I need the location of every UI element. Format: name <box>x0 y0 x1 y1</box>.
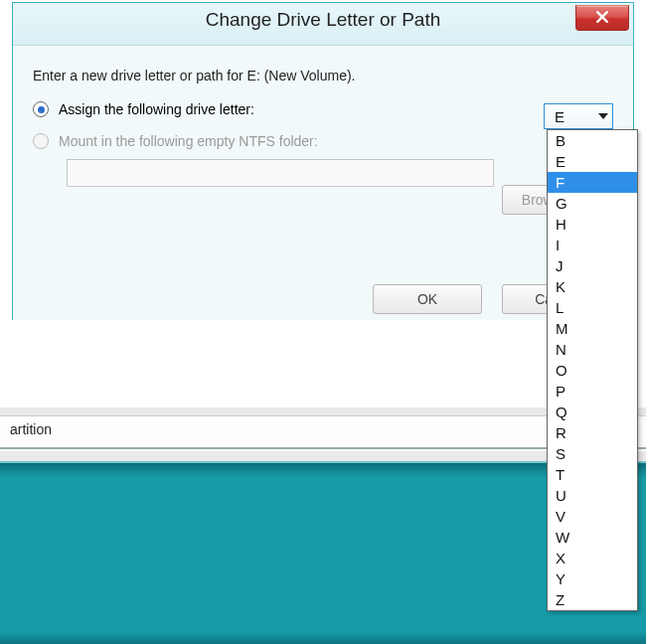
close-button[interactable] <box>575 5 629 31</box>
drive-letter-option[interactable]: F <box>548 172 637 193</box>
drive-letter-option[interactable]: U <box>548 485 637 506</box>
drive-letter-option[interactable]: N <box>548 339 637 360</box>
drive-letter-option[interactable]: B <box>548 130 637 151</box>
drive-letter-combobox[interactable]: E <box>544 103 613 129</box>
chevron-down-icon <box>598 113 608 119</box>
drive-letter-value: E <box>555 108 565 125</box>
radio-mount[interactable] <box>33 133 49 149</box>
drive-letter-option[interactable]: Z <box>548 589 637 610</box>
drive-letter-option[interactable]: T <box>548 464 637 485</box>
close-icon <box>596 10 608 26</box>
option-mount-label: Mount in the following empty NTFS folder… <box>59 133 318 149</box>
drive-letter-option[interactable]: L <box>548 297 637 318</box>
dialog-body: Enter a new drive letter or path for E: … <box>13 46 633 320</box>
option-assign-label: Assign the following drive letter: <box>59 101 254 117</box>
titlebar: Change Drive Letter or Path <box>13 3 633 46</box>
drive-letter-option[interactable]: G <box>548 193 637 214</box>
drive-letter-option[interactable]: S <box>548 443 637 464</box>
drive-letter-option[interactable]: M <box>548 318 637 339</box>
drive-letter-dropdown[interactable]: BEFGHIJKLMNOPQRSTUVWXYZ <box>547 129 638 611</box>
drive-letter-option[interactable]: E <box>548 151 637 172</box>
drive-letter-option[interactable]: H <box>548 214 637 235</box>
option-assign-row[interactable]: Assign the following drive letter: <box>33 101 613 117</box>
drive-letter-option[interactable]: V <box>548 506 637 527</box>
drive-letter-option[interactable]: W <box>548 527 637 548</box>
partition-label: artition <box>10 421 52 437</box>
drive-letter-option[interactable]: K <box>548 276 637 297</box>
option-mount-row[interactable]: Mount in the following empty NTFS folder… <box>33 133 613 149</box>
drive-letter-option[interactable]: Q <box>548 402 637 422</box>
ok-button[interactable]: OK <box>373 284 482 314</box>
drive-letter-option[interactable]: R <box>548 422 637 443</box>
drive-letter-option[interactable]: P <box>548 381 637 402</box>
change-drive-letter-dialog: Change Drive Letter or Path Enter a new … <box>12 2 634 320</box>
drive-letter-option[interactable]: J <box>548 255 637 276</box>
dialog-title: Change Drive Letter or Path <box>206 9 441 31</box>
ok-button-label: OK <box>417 291 437 307</box>
drive-letter-option[interactable]: I <box>548 235 637 255</box>
drive-letter-option[interactable]: O <box>548 360 637 381</box>
radio-assign[interactable] <box>33 101 49 117</box>
drive-letter-option[interactable]: Y <box>548 568 637 589</box>
mount-path-input <box>67 159 494 187</box>
drive-letter-option[interactable]: X <box>548 548 637 568</box>
prompt-text: Enter a new drive letter or path for E: … <box>33 68 613 83</box>
